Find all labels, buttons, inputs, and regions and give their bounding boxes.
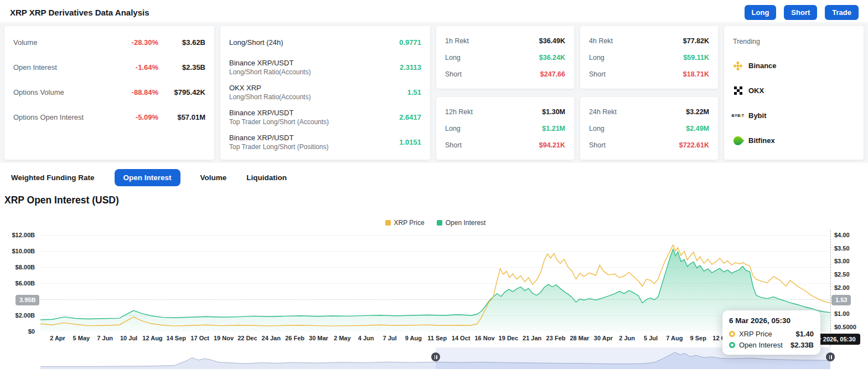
right-axis-tick: $2.00: [834, 284, 850, 291]
trending-card: Trending BinanceOKXBYBITBybitBitfinex: [724, 26, 864, 160]
stat-change: -88.84%: [97, 88, 158, 96]
x-axis-tick: 26 Feb: [285, 335, 304, 341]
legend-item-xrp-price[interactable]: XRP Price: [385, 219, 425, 227]
legend-swatch: [385, 220, 391, 226]
trending-item-binance[interactable]: Binance: [733, 53, 855, 78]
trending-title: Trending: [733, 30, 855, 53]
rekt-long-row: Long$59.11K: [589, 49, 709, 66]
rekt-short-label: Short: [445, 70, 540, 78]
rekt-short-value: $94.21K: [539, 141, 565, 149]
okx-logo-grid: [734, 86, 742, 95]
legend-swatch: [437, 220, 442, 226]
ratio-label-line2: Long/Short Ratio(Accounts): [229, 93, 377, 101]
liquidation-rekt-grid: 1h Rekt$36.49KLong$36.24KShort$247.664h …: [436, 26, 718, 160]
ratio-row: Binance XRP/USDTTop Trader Long/Short (P…: [229, 130, 421, 155]
x-axis-tick: 24 Jan: [262, 335, 281, 341]
x-axis-tick: 16 Nov: [474, 335, 494, 341]
x-axis-tick: 2 May: [334, 335, 351, 341]
xrp-derivatives-dashboard: XRP XRP Derivatives Data Analysis LongSh…: [0, 0, 868, 373]
x-axis-tick: 7 Aug: [666, 335, 683, 341]
market-stats-card: Volume-28.30%$3.62BOpen Interest-1.64%$2…: [4, 26, 214, 160]
x-axis-tick: 23 Feb: [546, 335, 566, 341]
stat-value: $2.35B: [158, 63, 205, 71]
x-axis-tick: 19 Dec: [499, 335, 518, 341]
stat-value: $3.62B: [158, 38, 205, 47]
right-axis-tick: $1.00: [834, 310, 850, 317]
rekt-long-label: Long: [445, 54, 539, 62]
rekt-short-label: Short: [445, 141, 539, 149]
trade-button[interactable]: Trade: [825, 5, 859, 20]
tooltip-row-open-interest: Open Interest$2.33B: [729, 341, 814, 349]
rekt-long-row: Long$36.24K: [445, 49, 565, 66]
trending-item-okx[interactable]: OKX: [733, 78, 855, 103]
tooltip-series-value: $1.40: [795, 330, 814, 338]
ratio-label-line1: Binance XRP/USDT: [229, 58, 377, 68]
ratio-row: Binance XRP/USDTLong/Short Ratio(Account…: [229, 55, 421, 80]
stat-label: Options Volume: [13, 88, 97, 96]
ratio-row: Long/Short (24h)0.9771: [229, 30, 421, 55]
rekt-long-value: $1.21M: [542, 125, 565, 132]
legend-label: XRP Price: [394, 219, 425, 227]
x-axis-tick: 10 Jul: [120, 335, 137, 341]
x-axis-tick: 2 Apr: [50, 335, 65, 341]
x-axis-tick: 21 Jan: [523, 335, 541, 341]
rekt-card: 1h Rekt$36.49KLong$36.24KShort$247.66: [436, 26, 574, 89]
chart-legend: XRP PriceOpen Interest: [40, 219, 830, 227]
stat-change: -5.09%: [97, 113, 158, 121]
left-axis-current-value-badge: 3.95B: [16, 295, 39, 305]
open-interest-price-chart[interactable]: [40, 230, 830, 331]
ratio-value: 0.9771: [377, 38, 421, 47]
right-axis-tick: $4.00: [834, 232, 850, 238]
rekt-title: 24h Rekt: [589, 108, 686, 116]
exchange-name: Binance: [748, 62, 777, 70]
left-axis-tick: $10.00B: [0, 248, 35, 254]
tab-liquidation[interactable]: Liquidation: [246, 173, 287, 182]
stat-label: Volume: [13, 38, 97, 47]
rekt-title-row: 24h Rekt$3.22M: [589, 104, 709, 120]
rekt-long-value: $59.11K: [683, 54, 709, 62]
navigator-right-handle[interactable]: [826, 352, 835, 361]
trending-item-bybit[interactable]: BYBITBybit: [733, 103, 855, 128]
ratio-value: 2.6417: [377, 113, 421, 121]
legend-label: Open Interest: [446, 219, 486, 227]
stat-row: Volume-28.30%$3.62B: [13, 30, 205, 55]
left-axis-tick: $0: [0, 328, 35, 335]
bitfinex-icon: [733, 136, 743, 146]
long-button[interactable]: Long: [745, 5, 777, 20]
x-axis-tick: 5 Jul: [644, 335, 658, 341]
navigator-left-handle[interactable]: [431, 352, 440, 361]
trending-item-bitfinex[interactable]: Bitfinex: [733, 128, 855, 153]
ratio-label: Binance XRP/USDTTop Trader Long/Short (P…: [229, 133, 377, 151]
ratio-value: 2.3113: [377, 63, 421, 71]
chart-tabs: Weighted Funding RateOpen InterestVolume…: [11, 168, 287, 186]
x-axis-tick: 19 Nov: [214, 335, 234, 341]
short-button[interactable]: Short: [784, 5, 817, 20]
rekt-title-row: 12h Rekt$1.30M: [445, 104, 565, 120]
x-axis-tick: 7 Jul: [383, 335, 396, 341]
rekt-long-row: Long$1.21M: [445, 120, 565, 137]
right-axis-current-value-badge: 1.53: [831, 295, 851, 305]
legend-item-open-interest[interactable]: Open Interest: [437, 219, 486, 227]
rekt-title-row: 1h Rekt$36.49K: [445, 33, 565, 49]
tab-open-interest[interactable]: Open Interest: [115, 169, 180, 186]
x-axis-tick: 17 Oct: [190, 335, 209, 341]
rekt-title-row: 4h Rekt$77.82K: [589, 33, 709, 49]
tab-weighted-funding-rate[interactable]: Weighted Funding Rate: [11, 173, 95, 182]
rekt-short-value: $722.61K: [679, 141, 709, 149]
tooltip-series-dot: [729, 342, 735, 348]
chart-section-title: XRP Open Interest (USD): [4, 195, 119, 206]
okx-icon: [733, 86, 743, 96]
tab-volume[interactable]: Volume: [200, 173, 227, 182]
tooltip-series-label: Open Interest: [739, 341, 787, 349]
ratio-label-line1: Long/Short (24h): [229, 38, 377, 47]
ratio-label: Long/Short (24h): [229, 38, 377, 47]
ratio-label-line2: Top Trader Long/Short (Accounts): [229, 117, 377, 126]
tooltip-row-xrp-price: XRP Price$1.40: [729, 330, 814, 338]
bybit-wordmark: BYBIT: [731, 114, 744, 117]
stat-row: Open Interest-1.64%$2.35B: [13, 55, 205, 80]
binance-icon: [733, 61, 743, 71]
x-axis-tick: 2 Jun: [619, 335, 635, 341]
rekt-long-label: Long: [589, 125, 686, 132]
left-axis-tick: $2.00B: [0, 312, 35, 319]
rekt-long-row: Long$2.49M: [589, 120, 709, 137]
